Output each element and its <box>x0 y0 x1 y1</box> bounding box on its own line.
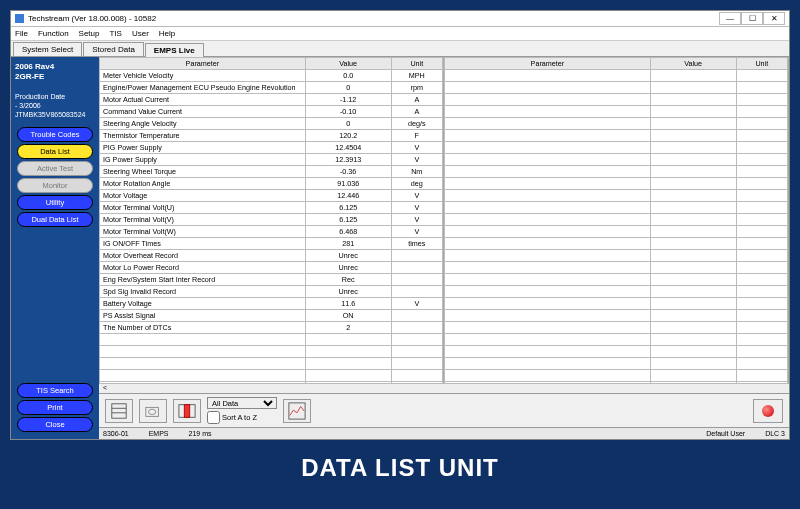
table-row-empty: . <box>445 190 788 202</box>
table-row-empty: . <box>445 214 788 226</box>
table-row-empty: . <box>445 334 788 346</box>
table-row[interactable]: Motor Terminal Volt(V)6.125V <box>100 214 443 226</box>
production-date-value: - 3/2006 <box>15 102 41 109</box>
table-row-empty: . <box>445 70 788 82</box>
table-row-empty: . <box>445 94 788 106</box>
page-caption: DATA LIST UNIT <box>0 454 800 482</box>
table-row[interactable]: Eng Rev/System Start Inter RecordRec <box>100 274 443 286</box>
menu-setup[interactable]: Setup <box>79 29 100 38</box>
window-titlebar: Techstream (Ver 18.00.008) - 10582 — ☐ ✕ <box>11 11 789 27</box>
bottom-toolbar: All Data Sort A to Z <box>99 393 789 427</box>
table-row[interactable]: Engine/Power Management ECU Pseudo Engin… <box>100 82 443 94</box>
side-monitor: Monitor <box>17 178 93 193</box>
graph-button[interactable] <box>283 399 311 423</box>
table-row-empty: . <box>100 358 443 370</box>
record-icon <box>762 405 774 417</box>
sort-checkbox[interactable]: Sort A to Z <box>207 411 277 424</box>
side-print[interactable]: Print <box>17 400 93 415</box>
sidebar: 2006 Rav4 2GR-FE Production Date - 3/200… <box>11 57 99 439</box>
tab-system-select[interactable]: System Select <box>13 42 82 56</box>
table-row-empty: . <box>445 358 788 370</box>
table-row-empty: . <box>445 106 788 118</box>
maximize-button[interactable]: ☐ <box>741 12 763 25</box>
col-unit[interactable]: Unit <box>391 58 442 70</box>
window-title: Techstream (Ver 18.00.008) - 10582 <box>28 14 719 23</box>
col-value[interactable]: Value <box>305 58 391 70</box>
table-row-empty: . <box>445 274 788 286</box>
col-parameter[interactable]: Parameter <box>100 58 306 70</box>
side-close[interactable]: Close <box>17 417 93 432</box>
table-row[interactable]: Thermistor Temperature120.2F <box>100 130 443 142</box>
table-row[interactable]: Motor Rotation Angle91.036deg <box>100 178 443 190</box>
col-unit[interactable]: Unit <box>736 58 787 70</box>
tool-button-1[interactable] <box>105 399 133 423</box>
table-row[interactable]: PIG Power Supply12.4504V <box>100 142 443 154</box>
table-row-empty: . <box>445 322 788 334</box>
menu-tis[interactable]: TIS <box>109 29 121 38</box>
side-trouble-codes[interactable]: Trouble Codes <box>17 127 93 142</box>
table-row-empty: . <box>445 226 788 238</box>
menu-help[interactable]: Help <box>159 29 175 38</box>
table-row[interactable]: Steering Wheel Torque-0.36Nm <box>100 166 443 178</box>
table-row[interactable]: Command Value Current-0.10A <box>100 106 443 118</box>
minimize-button[interactable]: — <box>719 12 741 25</box>
table-row[interactable]: IG ON/OFF Times281times <box>100 238 443 250</box>
side-dual-data-list[interactable]: Dual Data List <box>17 212 93 227</box>
table-row-empty: . <box>445 310 788 322</box>
side-data-list[interactable]: Data List <box>17 144 93 159</box>
table-row-empty: . <box>445 370 788 382</box>
close-button[interactable]: ✕ <box>763 12 785 25</box>
status-code: 8306-01 <box>103 430 129 437</box>
status-bar: 8306-01 EMPS 219 ms Default User DLC 3 <box>99 427 789 439</box>
menu-user[interactable]: User <box>132 29 149 38</box>
table-row[interactable]: Motor Overheat RecordUnrec <box>100 250 443 262</box>
table-row[interactable]: Battery Voltage11.6V <box>100 298 443 310</box>
vehicle-engine: 2GR-FE <box>15 72 44 81</box>
table-row-empty: . <box>445 286 788 298</box>
tab-stored-data[interactable]: Stored Data <box>83 42 144 56</box>
svg-rect-7 <box>289 402 305 418</box>
scroll-indicator: < <box>99 383 789 393</box>
tab-emps-live[interactable]: EMPS Live <box>145 43 204 57</box>
tab-bar: System SelectStored DataEMPS Live <box>11 41 789 57</box>
status-system: EMPS <box>149 430 169 437</box>
table-row-empty: . <box>445 142 788 154</box>
table-row[interactable]: Motor Voltage12.446V <box>100 190 443 202</box>
table-row[interactable]: The Number of DTCs2 <box>100 322 443 334</box>
table-row-empty: . <box>100 346 443 358</box>
filter-select[interactable]: All Data <box>207 397 277 409</box>
side-utility[interactable]: Utility <box>17 195 93 210</box>
col-parameter[interactable]: Parameter <box>445 58 651 70</box>
data-table-right[interactable]: ParameterValueUnit......................… <box>444 57 789 383</box>
menu-bar: FileFunctionSetupTISUserHelp <box>11 27 789 41</box>
svg-rect-6 <box>184 404 189 417</box>
table-row-empty: . <box>445 238 788 250</box>
table-row[interactable]: Motor Terminal Volt(W)6.468V <box>100 226 443 238</box>
table-row[interactable]: Meter Vehicle Velocity0.0MPH <box>100 70 443 82</box>
tool-button-3[interactable] <box>173 399 201 423</box>
table-row[interactable]: PS Assist SignalON <box>100 310 443 322</box>
side-tis-search[interactable]: TIS Search <box>17 383 93 398</box>
status-user: Default User <box>706 430 745 437</box>
table-row[interactable]: Spd Sig Invalid RecordUnrec <box>100 286 443 298</box>
tool-button-2[interactable] <box>139 399 167 423</box>
app-icon <box>15 14 24 23</box>
table-row-empty: . <box>445 262 788 274</box>
table-row[interactable]: Motor Actual Current-1.12A <box>100 94 443 106</box>
table-row[interactable]: Motor Terminal Volt(U)6.125V <box>100 202 443 214</box>
record-button[interactable] <box>753 399 783 423</box>
svg-rect-0 <box>112 403 126 417</box>
table-row[interactable]: Motor Lo Power RecordUnrec <box>100 262 443 274</box>
table-row-empty: . <box>445 154 788 166</box>
table-row-empty: . <box>445 118 788 130</box>
menu-function[interactable]: Function <box>38 29 69 38</box>
menu-file[interactable]: File <box>15 29 28 38</box>
vehicle-info: 2006 Rav4 2GR-FE Production Date - 3/200… <box>15 62 95 119</box>
table-row-empty: . <box>445 346 788 358</box>
table-row[interactable]: IG Power Supply12.3913V <box>100 154 443 166</box>
table-row[interactable]: Steering Angle Velocity0deg/s <box>100 118 443 130</box>
table-row-empty: . <box>445 202 788 214</box>
col-value[interactable]: Value <box>650 58 736 70</box>
table-row-empty: . <box>445 298 788 310</box>
data-table-left[interactable]: ParameterValueUnitMeter Vehicle Velocity… <box>99 57 444 383</box>
